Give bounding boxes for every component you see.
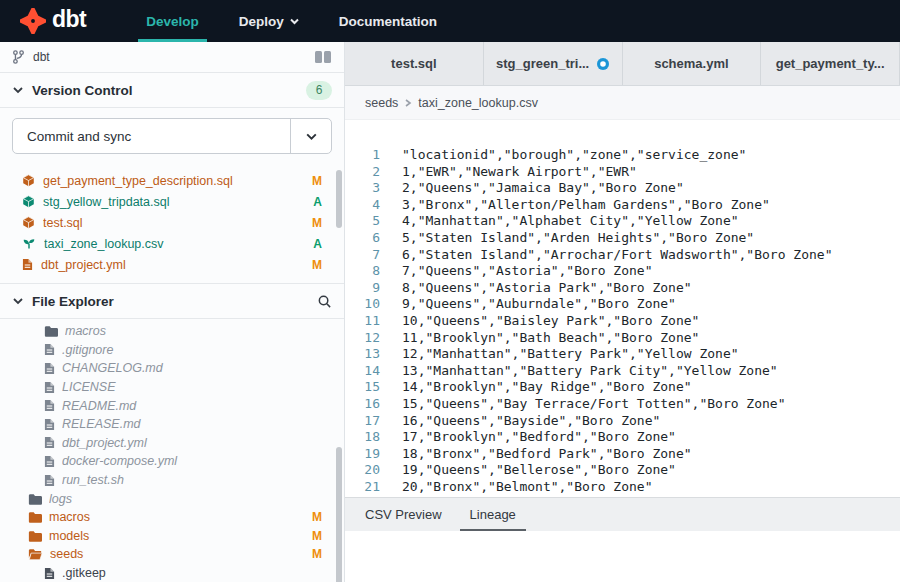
tab-label: test.sql	[391, 56, 437, 71]
changed-file-row[interactable]: test.sqlM	[0, 212, 344, 233]
code-line[interactable]: 2120,"Bronx","Belmont","Boro Zone"	[345, 479, 900, 496]
cube-icon	[22, 174, 35, 187]
dbt-logo[interactable]: dbt	[0, 8, 102, 35]
editor-tab[interactable]: test.sql	[345, 42, 484, 85]
tree-item-macros[interactable]: macros	[0, 322, 344, 341]
code-line[interactable]: 98,"Queens","Astoria Park","Boro Zone"	[345, 280, 900, 297]
code-text: 14,"Brooklyn","Bay Ridge","Boro Zone"	[380, 379, 692, 396]
code-line[interactable]: 54,"Manhattan","Alphabet City","Yellow Z…	[345, 213, 900, 230]
code-line[interactable]: 1110,"Queens","Baisley Park","Boro Zone"	[345, 313, 900, 330]
tree-item-name: .gitignore	[62, 343, 322, 357]
code-text: "locationid","borough","zone","service_z…	[380, 147, 746, 164]
code-line[interactable]: 1716,"Queens","Bayside","Boro Zone"	[345, 413, 900, 430]
folder-icon	[28, 493, 42, 505]
code-line[interactable]: 1"locationid","borough","zone","service_…	[345, 147, 900, 164]
bottom-tab-csv-preview[interactable]: CSV Preview	[351, 498, 456, 531]
line-number: 14	[345, 363, 380, 380]
code-line[interactable]: 76,"Staten Island","Arrochar/Fort Wadswo…	[345, 247, 900, 264]
code-line[interactable]: 32,"Queens","Jamaica Bay","Boro Zone"	[345, 180, 900, 197]
commit-and-sync-button[interactable]: Commit and sync	[12, 118, 332, 154]
code-text: 10,"Queens","Baisley Park","Boro Zone"	[380, 313, 699, 330]
tree-item-name: macros	[65, 324, 322, 338]
file-tree: macros.gitignoreCHANGELOG.mdLICENSEREADM…	[0, 319, 344, 582]
topnav-develop[interactable]: Develop	[126, 0, 219, 42]
editor-tab[interactable]: get_payment_ty...	[761, 42, 900, 85]
code-line[interactable]: 87,"Queens","Astoria","Boro Zone"	[345, 263, 900, 280]
changed-file-row[interactable]: stg_yellow_tripdata.sqlA	[0, 191, 344, 212]
editor-tab[interactable]: schema.yml	[623, 42, 762, 85]
changes-scrollbar[interactable]	[336, 170, 342, 228]
tree-item-seeds[interactable]: seedsM	[0, 545, 344, 564]
code-line[interactable]: 43,"Bronx","Allerton/Pelham Gardens","Bo…	[345, 197, 900, 214]
line-number: 16	[345, 396, 380, 413]
file-icon	[44, 399, 55, 412]
changed-file-row[interactable]: get_payment_type_description.sqlM	[0, 170, 344, 191]
tree-item-name: macros	[49, 510, 303, 524]
tree-item-run-test-sh[interactable]: run_test.sh	[0, 471, 344, 490]
tree-scrollbar[interactable]	[336, 447, 342, 582]
topnav-label: Documentation	[339, 14, 437, 29]
top-bar: dbt DevelopDeployDocumentation	[0, 0, 900, 42]
changed-files-list: get_payment_type_description.sqlMstg_yel…	[0, 166, 344, 284]
folder-open-icon	[28, 548, 43, 560]
bottom-tab-label: CSV Preview	[365, 507, 442, 522]
code-text: 13,"Manhattan","Battery Park City","Yell…	[380, 363, 778, 380]
breadcrumb-folder[interactable]: seeds	[365, 96, 398, 110]
code-text: 5,"Staten Island","Arden Heights","Boro …	[380, 230, 754, 247]
topnav-deploy[interactable]: Deploy	[219, 0, 319, 42]
code-editor[interactable]: 1"locationid","borough","zone","service_…	[345, 120, 900, 497]
tree-item--gitignore[interactable]: .gitignore	[0, 341, 344, 360]
code-text: 1,"EWR","Newark Airport","EWR"	[380, 164, 637, 181]
line-number: 9	[345, 280, 380, 297]
code-line[interactable]: 1312,"Manhattan","Battery Park","Yellow …	[345, 346, 900, 363]
code-text: 6,"Staten Island","Arrochar/Fort Wadswor…	[380, 247, 832, 264]
tree-item-docker-compose-yml[interactable]: docker-compose.yml	[0, 452, 344, 471]
code-line[interactable]: 1514,"Brooklyn","Bay Ridge","Boro Zone"	[345, 379, 900, 396]
line-number: 20	[345, 462, 380, 479]
tab-label: stg_green_tri...	[496, 56, 589, 71]
tree-item-release-md[interactable]: RELEASE.md	[0, 415, 344, 434]
tree-item-logs[interactable]: logs	[0, 489, 344, 508]
commit-options-dropdown[interactable]	[290, 119, 331, 153]
tab-label: schema.yml	[654, 56, 728, 71]
commit-and-sync-label[interactable]: Commit and sync	[13, 119, 290, 153]
tree-item-changelog-md[interactable]: CHANGELOG.md	[0, 359, 344, 378]
code-line[interactable]: 1413,"Manhattan","Battery Park City","Ye…	[345, 363, 900, 380]
changed-file-row[interactable]: dbt_project.ymlM	[0, 254, 344, 275]
code-text: 9,"Queens","Auburndale","Boro Zone"	[380, 296, 676, 313]
editor-tab[interactable]: stg_green_tri...	[484, 42, 623, 85]
tree-item--gitkeep[interactable]: .gitkeep	[0, 564, 344, 582]
bottom-tab-lineage[interactable]: Lineage	[456, 498, 530, 531]
tree-item-dbt-project-yml[interactable]: dbt_project.yml	[0, 434, 344, 453]
code-line[interactable]: 2019,"Queens","Bellerose","Boro Zone"	[345, 462, 900, 479]
code-line[interactable]: 1615,"Queens","Bay Terrace/Fort Totten",…	[345, 396, 900, 413]
tree-item-name: models	[49, 529, 303, 543]
changed-file-row[interactable]: taxi_zone_lookup.csvA	[0, 233, 344, 254]
line-number: 2	[345, 164, 380, 181]
breadcrumb-file[interactable]: taxi_zone_lookup.csv	[418, 96, 538, 110]
tree-item-models[interactable]: modelsM	[0, 527, 344, 546]
tree-item-macros[interactable]: macrosM	[0, 508, 344, 527]
chevron-down-icon	[12, 295, 24, 307]
code-line[interactable]: 21,"EWR","Newark Airport","EWR"	[345, 164, 900, 181]
changed-file-name: get_payment_type_description.sql	[43, 174, 302, 188]
branch-name: dbt	[33, 50, 50, 64]
tree-item-name: CHANGELOG.md	[62, 361, 322, 375]
code-line[interactable]: 1817,"Brooklyn","Bedford","Boro Zone"	[345, 429, 900, 446]
tree-item-name: README.md	[62, 399, 322, 413]
code-line[interactable]: 65,"Staten Island","Arden Heights","Boro…	[345, 230, 900, 247]
docs-panel-icon[interactable]	[314, 50, 332, 64]
file-explorer-header[interactable]: File Explorer	[0, 284, 344, 319]
code-line[interactable]: 1918,"Bronx","Bedford Park","Boro Zone"	[345, 446, 900, 463]
cube-icon	[22, 216, 35, 229]
topnav-documentation[interactable]: Documentation	[319, 0, 457, 42]
code-line[interactable]: 109,"Queens","Auburndale","Boro Zone"	[345, 296, 900, 313]
git-status-letter: M	[310, 174, 322, 188]
code-text: 19,"Queens","Bellerose","Boro Zone"	[380, 462, 676, 479]
git-status-letter: M	[310, 510, 322, 524]
code-line[interactable]: 1211,"Brooklyn","Bath Beach","Boro Zone"	[345, 330, 900, 347]
tree-item-license[interactable]: LICENSE	[0, 378, 344, 397]
search-icon[interactable]	[317, 294, 332, 309]
tree-item-readme-md[interactable]: README.md	[0, 396, 344, 415]
version-control-header[interactable]: Version Control 6	[0, 73, 344, 108]
